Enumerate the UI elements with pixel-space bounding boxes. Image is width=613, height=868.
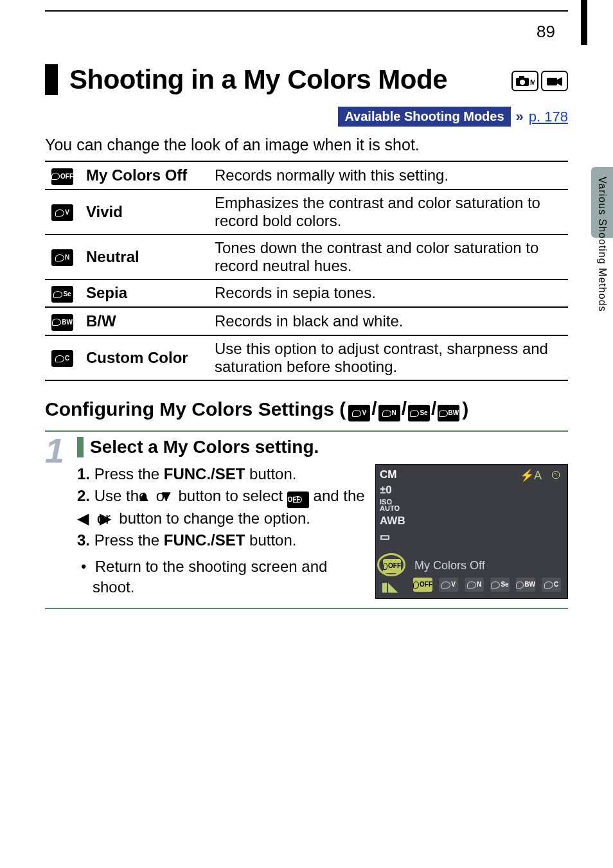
my-colors-n-icon: N (378, 405, 400, 421)
my-colors-off-icon: OFF (287, 492, 309, 508)
lcd-option-label: My Colors Off (414, 559, 485, 572)
step-instructions: 1. Press the FUNC./SET button. 2. Use th… (77, 464, 366, 599)
my-colors-bw-icon: BW (438, 405, 459, 421)
lcd-screenshot: CM ±0 ISOAUTO AWB ▭ ⚡A ⏲ OFF My Colors O… (375, 464, 568, 599)
svg-text:M: M (530, 78, 535, 86)
lcd-drive: ▭ (380, 530, 405, 544)
lcd-option-se-icon: Se (490, 578, 510, 592)
my-colors-se-icon: Se (408, 405, 430, 421)
mode-description: Emphasizes the contrast and color satura… (208, 190, 568, 235)
mode-icon-cell: OFF (45, 161, 80, 190)
step-item-3: 3. Press the FUNC./SET button. (93, 530, 366, 551)
table-row: CCustom ColorUse this option to adjust c… (45, 335, 568, 380)
lcd-mode-cm: CM (380, 468, 405, 481)
step-block: 1 Select a My Colors setting. 1. Press t… (45, 430, 568, 609)
separator: / (371, 398, 377, 419)
lcd-option-n-icon: N (465, 578, 484, 592)
mode-icon-cell: N (45, 235, 80, 279)
mode-name: Custom Color (80, 335, 208, 380)
subsection-title-suffix: ) (462, 398, 468, 420)
mode-name: My Colors Off (80, 161, 208, 190)
lcd-option-c-icon: C (542, 578, 561, 592)
lcd-top-right: ⚡A ⏲ (520, 468, 562, 483)
my-colors-table: OFFMy Colors OffRecords normally with th… (45, 161, 568, 381)
subsection-title: Configuring My Colors Settings ( V/N/Se/… (45, 398, 568, 422)
lcd-option-row: OFFVNSeBWC (413, 578, 561, 592)
available-modes-row: Available Shooting Modes » p. 178 (45, 107, 568, 127)
section-title: Shooting in a My Colors Mode (69, 64, 511, 95)
mode-name: Vivid (80, 190, 208, 235)
mode-icon-cell: C (45, 335, 80, 380)
svg-rect-1 (519, 76, 524, 79)
lcd-histogram-icon: ▮◣ (381, 579, 398, 594)
svg-rect-4 (547, 78, 557, 85)
table-row: VVividEmphasizes the contrast and color … (45, 190, 568, 235)
lcd-left-column: CM ±0 ISOAUTO AWB ▭ (380, 468, 405, 544)
separator: / (431, 398, 436, 419)
lcd-selection-ring: OFF (377, 553, 405, 576)
intro-text: You can change the look of an image when… (45, 136, 568, 154)
chevron-right-icon: » (516, 109, 524, 125)
available-modes-label: Available Shooting Modes (338, 107, 510, 127)
mode-description: Use this option to adjust contrast, shar… (208, 335, 568, 380)
mode-name: Neutral (80, 235, 208, 279)
mode-name: B/W (80, 307, 208, 335)
lcd-iso: ISOAUTO (380, 499, 405, 512)
table-row: OFFMy Colors OffRecords normally with th… (45, 161, 568, 190)
separator: / (402, 398, 407, 419)
lcd-option-bw-icon: BW (516, 578, 535, 592)
page-reference-link[interactable]: p. 178 (529, 109, 568, 125)
mode-name: Sepia (80, 279, 208, 308)
mode-description: Records in black and white. (208, 307, 568, 335)
mode-description: Records normally with this setting. (208, 161, 568, 190)
lcd-option-off-icon: OFF (413, 578, 432, 592)
lcd-exp-comp: ±0 (380, 484, 405, 497)
my-colors-v-icon: V (348, 405, 370, 421)
mode-icon-cell: Se (45, 279, 80, 308)
title-accent-bar (45, 64, 58, 95)
my-colors-n-icon: N (51, 249, 73, 266)
step-title-bar (77, 437, 84, 457)
svg-point-2 (520, 80, 525, 85)
top-accent-bar (581, 0, 587, 45)
step-title: Select a My Colors setting. (90, 437, 319, 457)
section-title-block: Shooting in a My Colors Mode M (45, 64, 568, 95)
step-item-1: 1. Press the FUNC./SET button. (93, 464, 366, 484)
mode-description: Tones down the contrast and color satura… (208, 235, 568, 279)
camera-m-icon: M (511, 71, 538, 91)
table-row: NNeutralTones down the contrast and colo… (45, 235, 568, 279)
mode-icon-cell: BW (45, 307, 80, 335)
page-number: 89 (537, 22, 555, 42)
self-timer-icon: ⏲ (551, 468, 562, 483)
mode-icon-cell: V (45, 190, 80, 235)
top-rule (45, 10, 568, 12)
svg-marker-5 (557, 77, 562, 86)
my-colors-se-icon: Se (51, 286, 73, 303)
table-row: BWB/WRecords in black and white. (45, 307, 568, 335)
my-colors-c-icon: C (51, 350, 73, 367)
lcd-selected-icon: OFF (383, 559, 401, 573)
step-bullet: • Return to the shooting screen and shoo… (77, 556, 366, 598)
step-number: 1 (45, 437, 71, 599)
flash-auto-icon: ⚡A (520, 468, 542, 483)
lcd-option-v-icon: V (439, 578, 458, 592)
my-colors-off-icon: OFF (51, 168, 73, 185)
mode-description: Records in sepia tones. (208, 279, 568, 308)
my-colors-bw-icon: BW (51, 314, 73, 331)
title-mode-icons: M (511, 71, 568, 91)
subsection-title-prefix: Configuring My Colors Settings ( (45, 398, 346, 420)
step-item-2: 2. Use the ▲ or ▼ button to select OFF a… (93, 486, 366, 529)
my-colors-v-icon: V (51, 204, 73, 221)
lcd-awb: AWB (380, 515, 405, 527)
movie-icon (541, 71, 568, 91)
manual-page: 89 Various Shooting Methods Shooting in … (0, 0, 613, 868)
table-row: SeSepiaRecords in sepia tones. (45, 279, 568, 308)
side-tab-label: Various Shooting Methods (596, 177, 608, 312)
